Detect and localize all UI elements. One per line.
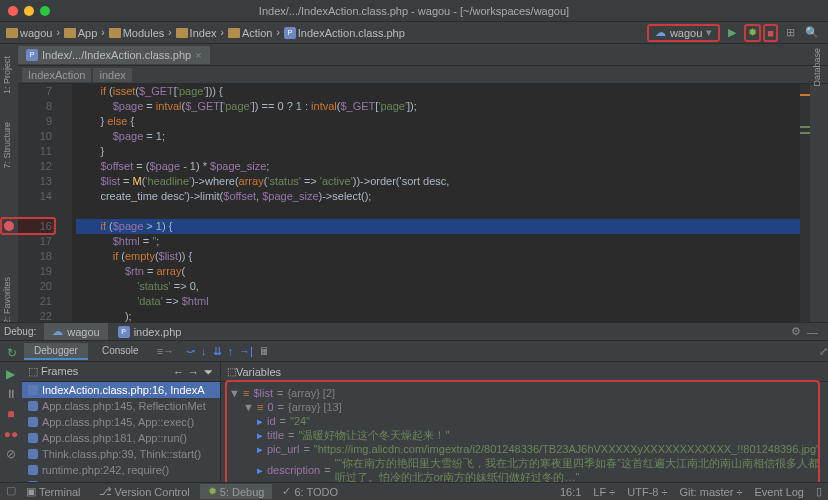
breadcrumb: wagou› App› Modules› Index› Action› PInd… [6,27,405,39]
output-tab-icon[interactable]: ≡→ [157,345,174,357]
php-file-icon: P [284,27,296,39]
git-branch[interactable]: Git: master ÷ [680,486,743,498]
debug-session-tab[interactable]: Pindex.php [110,324,190,340]
breadcrumb-item[interactable]: Index [176,27,217,39]
right-tool-buttons: Database [810,44,828,97]
favorites-tool-button[interactable]: 2: Favorites [0,273,18,328]
frame-item[interactable]: IndexAction.class.php:16, IndexA [22,382,220,398]
folder-icon [176,28,188,38]
folder-icon [109,28,121,38]
tool-windows-button[interactable]: ▢ [6,484,16,499]
structure-breadcrumb: IndexAction index [0,66,828,84]
step-out-button[interactable]: ↑ [228,345,234,358]
variables-header: ⬚ Variables [221,362,828,382]
stop-debug-button[interactable]: ■ [3,406,19,422]
breadcrumb-item[interactable]: Action [228,27,273,39]
gutter[interactable]: 7891011121314161718192021222324252627282… [18,84,58,340]
variables-panel: ⬚ Variables ▼≡ $list = {array} [2]▼≡ 0 =… [221,362,828,500]
frame-item[interactable]: Think.class.php:39, Think::start() [22,446,220,462]
frame-item[interactable]: runtime.php:242, require() [22,462,220,478]
close-window-button[interactable] [8,6,18,16]
debugger-tab[interactable]: Debugger [24,343,88,360]
run-to-cursor-button[interactable]: →| [239,345,253,358]
debug-label: Debug: [4,326,36,337]
editor-tab[interactable]: P Index/.../IndexAction.class.php × [18,46,210,64]
memory-indicator[interactable]: ▯ [816,485,822,498]
todo-tool-button[interactable]: ✓ 6: TODO [274,484,346,499]
search-everywhere-button[interactable]: 🔍 [802,24,822,42]
folder-icon [228,28,240,38]
breadcrumb-item[interactable]: wagou [6,27,52,39]
file-encoding[interactable]: UTF-8 ÷ [627,486,667,498]
debug-toolbar: ↻ Debugger Console ≡→ ⤻ ↓ ⇊ ↑ →| 🖩 ⤢ [0,341,828,362]
search-button[interactable]: ⊞ [780,24,800,42]
force-step-into-button[interactable]: ⇊ [213,345,222,358]
rerun-button[interactable]: ↻ [4,345,20,361]
database-tool-button[interactable]: Database [810,44,824,97]
line-separator[interactable]: LF ÷ [593,486,615,498]
resume-button[interactable]: ▶ [3,366,19,382]
console-tab[interactable]: Console [92,343,149,360]
debug-side-toolbar: ▶ ⏸ ■ ●● ⊘ [0,362,22,500]
structure-tool-button[interactable]: 7: Structure [0,118,18,173]
close-tab-icon[interactable]: × [195,49,201,61]
status-bar: ▢ ▣ Terminal ⎇ Version Control ✹ 5: Debu… [0,482,828,500]
terminal-tool-button[interactable]: ▣ Terminal [18,484,89,499]
breadcrumb-item[interactable]: PIndexAction.class.php [284,27,405,39]
error-stripe[interactable] [800,84,810,340]
frame-item[interactable]: App.class.php:181, App::run() [22,430,220,446]
folder-icon [64,28,76,38]
settings-icon[interactable]: ⚙ [791,325,801,338]
run-button[interactable]: ▶ [722,24,742,42]
editor-tabs: P Index/.../IndexAction.class.php × [0,44,828,66]
method-crumb[interactable]: index [93,68,131,82]
maximize-window-button[interactable] [40,6,50,16]
main-toolbar: wagou› App› Modules› Index› Action› PInd… [0,22,828,44]
view-breakpoints-button[interactable]: ●● [3,426,19,442]
project-tool-button[interactable]: 1: Project [0,52,18,98]
breadcrumb-item[interactable]: Modules [109,27,165,39]
fold-column[interactable] [58,84,72,340]
version-control-tool-button[interactable]: ⎇ Version Control [91,484,198,499]
breadcrumb-item[interactable]: App [64,27,98,39]
frame-item[interactable]: App.class.php:145, ReflectionMet [22,398,220,414]
stop-button[interactable]: ■ [763,24,778,42]
next-frame-icon[interactable]: → [188,366,199,378]
layout-settings-icon[interactable]: ⤢ [819,345,828,358]
step-over-button[interactable]: ⤻ [186,345,195,358]
pause-button[interactable]: ⏸ [3,386,19,402]
prev-frame-icon[interactable]: ← [173,366,184,378]
debug-header: Debug: ☁wagou Pindex.php ⚙ — [0,323,828,341]
minimize-window-button[interactable] [24,6,34,16]
code-editor[interactable]: 7891011121314161718192021222324252627282… [18,84,810,340]
evaluate-button[interactable]: 🖩 [259,345,270,358]
debug-tool-window: Debug: ☁wagou Pindex.php ⚙ — ↻ Debugger … [0,322,828,482]
left-tool-buttons: 1: Project 7: Structure 2: Favorites [0,44,18,328]
window-title: Index/.../IndexAction.class.php - wagou … [259,5,569,17]
titlebar: Index/.../IndexAction.class.php - wagou … [0,0,828,22]
debug-session-tab[interactable]: ☁wagou [44,323,107,340]
step-into-button[interactable]: ↓ [201,345,207,358]
code-area[interactable]: if (isset($_GET['page'])) { $page = intv… [72,84,810,340]
php-file-icon: P [118,326,130,338]
run-configuration-dropdown[interactable]: ☁ wagou ▾ [647,24,720,42]
frames-header: ⬚ Frames ← → ⏷ [22,362,220,382]
debug-button[interactable]: ✹ [744,24,761,42]
event-log-button[interactable]: Event Log [754,486,804,498]
thread-dropdown-icon[interactable]: ⏷ [203,366,214,378]
caret-position[interactable]: 16:1 [560,486,581,498]
class-crumb[interactable]: IndexAction [22,68,91,82]
php-file-icon: P [26,49,38,61]
debug-tool-button[interactable]: ✹ 5: Debug [200,484,273,499]
folder-icon [6,28,18,38]
frames-panel: ⬚ Frames ← → ⏷ IndexAction.class.php:16,… [22,362,221,500]
frame-item[interactable]: App.class.php:145, App::exec() [22,414,220,430]
hide-icon[interactable]: — [807,326,818,338]
mute-breakpoints-button[interactable]: ⊘ [3,446,19,462]
